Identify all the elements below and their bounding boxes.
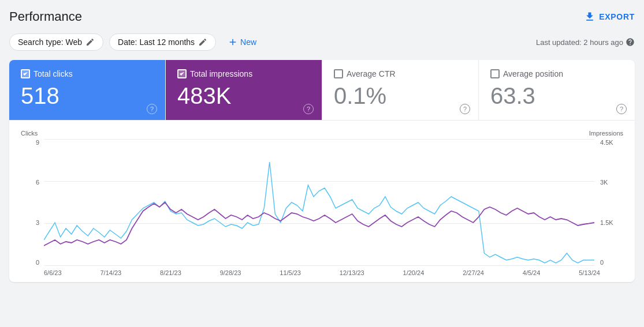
metric-value-clicks: 518 <box>21 83 154 108</box>
x-date-5: 12/13/23 <box>340 269 364 276</box>
download-icon <box>584 11 595 22</box>
last-updated: Last updated: 2 hours ago <box>536 37 635 47</box>
filter-bar: Search type: Web Date: Last 12 months Ne… <box>9 33 635 51</box>
metric-value-ctr: 0.1% <box>334 83 467 108</box>
metric-value-impressions: 483K <box>177 83 310 108</box>
y-tick-6: 6 <box>21 179 42 186</box>
checkmark-icon <box>23 71 28 77</box>
x-date-2: 8/21/23 <box>160 269 181 276</box>
x-date-0: 6/6/23 <box>44 269 62 276</box>
help-icon <box>626 37 635 47</box>
y-tick-1k5: 1.5K <box>597 219 623 226</box>
metric-checkbox-ctr[interactable] <box>334 69 343 78</box>
chart-axis-labels: Clicks Impressions <box>21 130 623 137</box>
y-tick-3: 3 <box>21 219 42 226</box>
metric-label-position: Average position <box>503 69 563 78</box>
metric-help-position[interactable]: ? <box>616 104 627 114</box>
metric-label-impressions: Total impressions <box>190 69 252 78</box>
metric-help-impressions[interactable]: ? <box>303 104 314 114</box>
chart-container: 9 6 3 0 4.5K 3K 1.5K 0 <box>21 139 623 266</box>
clicks-line <box>44 162 594 263</box>
date-range-filter[interactable]: Date: Last 12 months <box>109 33 216 51</box>
x-date-3: 9/28/23 <box>220 269 241 276</box>
y-axis-right: 4.5K 3K 1.5K 0 <box>597 139 623 266</box>
x-date-8: 4/5/24 <box>523 269 541 276</box>
new-button[interactable]: New <box>222 33 262 51</box>
edit-icon-date <box>198 37 207 47</box>
search-type-filter[interactable]: Search type: Web <box>9 33 103 51</box>
metric-help-clicks[interactable]: ? <box>147 104 157 114</box>
metric-total-impressions[interactable]: Total impressions 483K ? <box>166 60 322 120</box>
y-tick-9: 9 <box>21 139 42 146</box>
metric-checkbox-impressions[interactable] <box>177 69 187 78</box>
y-axis-left: 9 6 3 0 <box>21 139 42 266</box>
checkmark-icon-impressions <box>179 71 185 77</box>
chart-area: Clicks Impressions 9 6 3 0 4.5K 3K 1.5K … <box>9 121 635 282</box>
main-card: Total clicks 518 ? Total impressions 483… <box>9 60 635 282</box>
plus-icon <box>228 37 238 47</box>
y-tick-4k5: 4.5K <box>597 139 623 146</box>
y-tick-0: 0 <box>21 259 42 266</box>
edit-icon <box>85 37 95 47</box>
chart-svg-wrap <box>44 139 594 266</box>
chart-svg <box>44 139 594 266</box>
metric-label-clicks: Total clicks <box>33 69 73 78</box>
page-title: Performance <box>9 9 82 24</box>
metrics-row: Total clicks 518 ? Total impressions 483… <box>9 60 635 121</box>
x-date-7: 2/27/24 <box>463 269 484 276</box>
export-button[interactable]: EXPORT <box>584 11 635 22</box>
page-header: Performance EXPORT <box>9 9 635 24</box>
y-axis-left-label: Clicks <box>21 130 38 137</box>
impressions-line <box>44 202 594 246</box>
metric-average-position[interactable]: Average position 63.3 ? <box>479 60 635 120</box>
x-date-1: 7/14/23 <box>100 269 121 276</box>
metric-help-ctr[interactable]: ? <box>460 104 470 114</box>
metric-value-position: 63.3 <box>490 83 623 108</box>
y-tick-3k: 3K <box>597 179 623 186</box>
x-axis-dates: 6/6/23 7/14/23 8/21/23 9/28/23 11/5/23 1… <box>21 269 623 276</box>
metric-label-ctr: Average CTR <box>347 69 396 78</box>
x-date-6: 1/20/24 <box>403 269 425 276</box>
metric-total-clicks[interactable]: Total clicks 518 ? <box>9 60 166 120</box>
y-tick-0r: 0 <box>597 259 623 266</box>
x-date-4: 11/5/23 <box>280 269 301 276</box>
metric-checkbox-clicks[interactable] <box>21 69 30 78</box>
y-axis-right-label: Impressions <box>589 130 623 137</box>
metric-average-ctr[interactable]: Average CTR 0.1% ? <box>322 60 479 120</box>
metric-checkbox-position[interactable] <box>490 69 500 78</box>
x-date-9: 5/13/24 <box>579 269 600 276</box>
